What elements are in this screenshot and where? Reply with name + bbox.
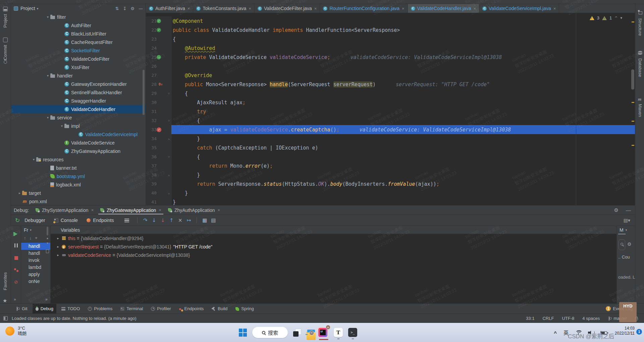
toolwindow-toggle-icon[interactable]: [3, 316, 8, 321]
tree-item[interactable]: ▾filter: [11, 13, 146, 21]
database-icon[interactable]: [638, 51, 642, 55]
layout-menu-icon[interactable]: [124, 219, 129, 222]
resume-icon[interactable]: [14, 232, 17, 236]
toolbar-label-database[interactable]: Database: [638, 58, 643, 77]
beanarrow-icon[interactable]: →: [157, 55, 161, 59]
tree-item[interactable]: CValidateCodeFilter: [11, 55, 146, 63]
line-number[interactable]: 38: [146, 172, 157, 177]
step-into-icon[interactable]: ↓: [150, 217, 158, 223]
variable-row[interactable]: ▸this={ValidateCodeHandler@9294}: [51, 234, 616, 242]
error-stripe[interactable]: [631, 14, 634, 204]
tree-item[interactable]: ▾impl: [11, 122, 146, 130]
code-line[interactable]: 26: [146, 62, 635, 71]
code-line[interactable]: 31 try: [146, 107, 635, 116]
scroll-to-source-icon[interactable]: ↧: [123, 6, 126, 11]
drop-frame-icon[interactable]: ×: [176, 217, 184, 223]
close-icon[interactable]: ×: [187, 6, 190, 11]
tree-chevron-icon[interactable]: ▾: [59, 124, 64, 128]
tree-chevron-icon[interactable]: ▾: [31, 158, 36, 161]
breakpoint-icon[interactable]: ✓: [157, 127, 161, 132]
debug-view-tab[interactable]: Debugger: [24, 218, 45, 223]
bean2-icon[interactable]: ✓: [157, 28, 161, 32]
run-config-tab[interactable]: ZhyGatewayApplication×: [97, 206, 165, 215]
prev-warning-icon[interactable]: ^: [614, 16, 618, 20]
bean-icon[interactable]: ✓: [157, 19, 161, 23]
warning-mark[interactable]: [632, 145, 634, 146]
volume-icon[interactable]: [588, 330, 594, 335]
tray-expand-icon[interactable]: ^: [554, 330, 557, 336]
battery-icon[interactable]: [601, 331, 607, 335]
notification-badge[interactable]: 1: [636, 329, 642, 335]
caret-position[interactable]: 33:1: [526, 316, 534, 321]
tree-item[interactable]: CAuthFilter: [11, 21, 146, 30]
tree-item[interactable]: ▾resources: [11, 155, 146, 164]
fold-marker[interactable]: ▵: [167, 170, 171, 179]
toolbar-label-maven[interactable]: Maven: [638, 104, 643, 117]
evaluate-expression-icon[interactable]: ▦: [200, 217, 209, 223]
fold-marker[interactable]: ▿: [167, 89, 171, 98]
tool-button-terminal[interactable]: Terminal: [117, 304, 146, 314]
tree-item[interactable]: CXssFilter: [11, 63, 146, 71]
tool-button-build[interactable]: Build: [209, 304, 230, 314]
debug-view-tab[interactable]: Console: [54, 218, 78, 223]
code-line[interactable]: 40▵ }: [146, 188, 635, 197]
code-line[interactable]: 30 AjaxResult ajax;: [146, 98, 635, 107]
line-number[interactable]: 31: [146, 109, 157, 114]
line-number[interactable]: 21: [146, 18, 157, 23]
fold-marker[interactable]: ▵: [167, 188, 171, 197]
editor-tab[interactable]: CRouterFunctionConfiguration.java×: [320, 4, 408, 13]
line-number[interactable]: 32: [146, 118, 157, 123]
line-number[interactable]: 26: [146, 64, 157, 69]
fold-marker[interactable]: ▵: [167, 134, 171, 143]
gear-icon[interactable]: ⚙: [627, 241, 632, 247]
memory-search-button[interactable]: [619, 239, 625, 250]
copy-icon[interactable]: [46, 249, 49, 253]
clock[interactable]: 14:03 2022/12/11: [615, 326, 635, 336]
indent-setting[interactable]: 4 spaces: [582, 316, 600, 321]
frame-down-icon[interactable]: ↓: [30, 235, 32, 240]
code-line[interactable]: 33✓ ajax = validateCodeService.createCap…: [146, 125, 635, 134]
warning-mark[interactable]: [632, 102, 634, 103]
tool-button-todo[interactable]: TODO: [58, 304, 83, 314]
tree-item[interactable]: CValidateCodeServiceImpl: [11, 130, 146, 138]
tree-item[interactable]: ▾service: [11, 113, 146, 122]
code-line[interactable]: 34▵ }: [146, 134, 635, 143]
code-line[interactable]: 21✓@Component: [146, 16, 635, 25]
start-button[interactable]: [239, 329, 247, 337]
close-icon[interactable]: ×: [314, 6, 317, 11]
expand-chevron-icon[interactable]: ▸: [55, 236, 61, 240]
expand-chevron-icon[interactable]: ▸: [55, 253, 61, 257]
close-icon[interactable]: ×: [91, 208, 94, 213]
line-number[interactable]: 34: [146, 136, 157, 141]
line-number[interactable]: 41: [146, 199, 157, 205]
line-number[interactable]: 29: [146, 91, 157, 96]
line-number[interactable]: 35: [146, 145, 157, 150]
gear-icon[interactable]: ⚙: [130, 6, 135, 11]
inspections-widget[interactable]: 31^▾: [590, 15, 622, 20]
line-number[interactable]: 28: [146, 82, 157, 87]
favorites-star-icon[interactable]: ★: [3, 298, 7, 304]
expand-chevron-icon[interactable]: ▸: [55, 245, 61, 248]
maven-icon[interactable]: m: [638, 97, 641, 102]
warning-mark[interactable]: [632, 21, 634, 22]
frames-scrollbar[interactable]: ▲ ▼: [45, 226, 50, 303]
frame-up-icon[interactable]: ↑: [24, 235, 26, 240]
tree-item[interactable]: CGatewayExceptionHandler: [11, 80, 146, 88]
layout-settings-icon[interactable]: ▤: [209, 217, 218, 223]
tool-button-debug[interactable]: Debug: [33, 304, 56, 314]
close-icon[interactable]: ×: [553, 6, 556, 11]
line-number[interactable]: 30: [146, 100, 157, 105]
debug-view-tab[interactable]: Endpoints: [87, 218, 114, 223]
tree-chevron-icon[interactable]: ▾: [45, 116, 50, 119]
tree-item[interactable]: CZhyGatewayApplication: [11, 147, 146, 155]
view-breakpoints-icon[interactable]: [14, 268, 16, 270]
editor-tab[interactable]: CValidateCodeFilter.java×: [255, 4, 320, 13]
more-actions-icon[interactable]: »: [14, 297, 16, 302]
weather-widget[interactable]: 3°C 晴朗: [5, 326, 26, 336]
line-number[interactable]: 23: [146, 37, 157, 42]
toolbar-label-structure[interactable]: Structure: [638, 18, 643, 36]
code-line[interactable]: 36▿ {: [146, 152, 635, 161]
line-number[interactable]: 33: [146, 127, 157, 132]
code-line[interactable]: 24 @Autowired: [146, 44, 635, 53]
line-number[interactable]: 24: [146, 46, 157, 51]
